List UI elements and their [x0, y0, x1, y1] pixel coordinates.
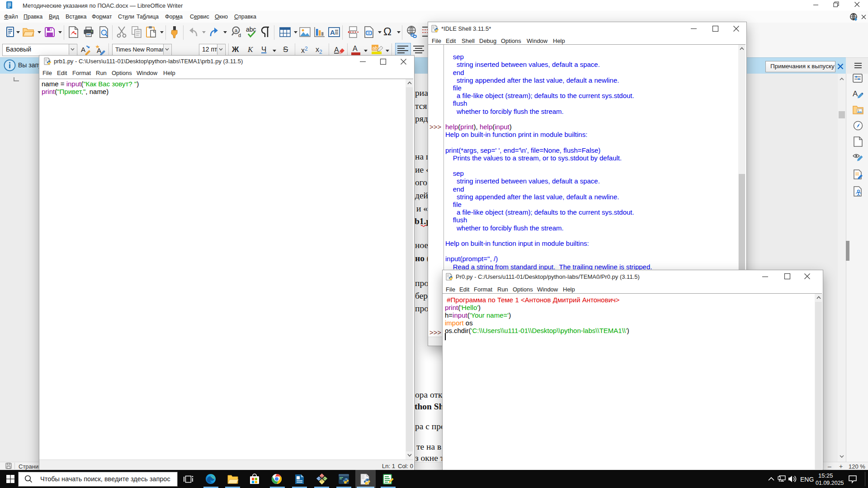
svg-text:ab: ab — [373, 45, 378, 51]
svg-text:d: d — [238, 33, 241, 38]
svg-text:A: A — [97, 47, 101, 54]
svg-text:A: A — [853, 89, 858, 98]
svg-text:a: a — [235, 28, 238, 33]
svg-text:A: A — [330, 28, 335, 36]
svg-text:A: A — [81, 46, 85, 53]
svg-text:A: A — [334, 46, 339, 54]
